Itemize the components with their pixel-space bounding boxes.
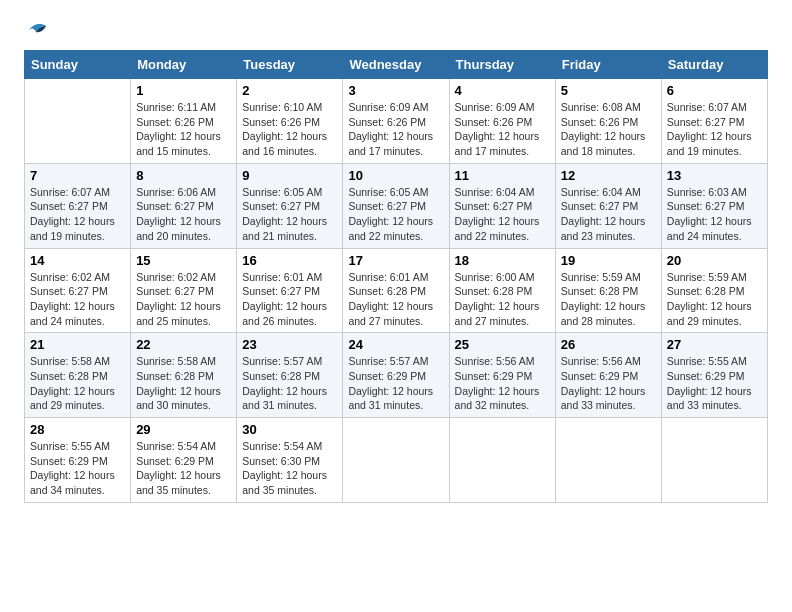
calendar-cell: 2Sunrise: 6:10 AMSunset: 6:26 PMDaylight… bbox=[237, 79, 343, 164]
day-number: 19 bbox=[561, 253, 656, 268]
calendar-cell: 22Sunrise: 5:58 AMSunset: 6:28 PMDayligh… bbox=[131, 333, 237, 418]
calendar-cell: 18Sunrise: 6:00 AMSunset: 6:28 PMDayligh… bbox=[449, 248, 555, 333]
day-info: Sunrise: 5:56 AMSunset: 6:29 PMDaylight:… bbox=[561, 354, 656, 413]
day-info: Sunrise: 6:06 AMSunset: 6:27 PMDaylight:… bbox=[136, 185, 231, 244]
day-info: Sunrise: 5:54 AMSunset: 6:30 PMDaylight:… bbox=[242, 439, 337, 498]
calendar-cell: 1Sunrise: 6:11 AMSunset: 6:26 PMDaylight… bbox=[131, 79, 237, 164]
header-thursday: Thursday bbox=[449, 51, 555, 79]
day-number: 21 bbox=[30, 337, 125, 352]
header-saturday: Saturday bbox=[661, 51, 767, 79]
day-number: 23 bbox=[242, 337, 337, 352]
day-number: 12 bbox=[561, 168, 656, 183]
calendar-cell: 21Sunrise: 5:58 AMSunset: 6:28 PMDayligh… bbox=[25, 333, 131, 418]
day-number: 13 bbox=[667, 168, 762, 183]
day-info: Sunrise: 6:05 AMSunset: 6:27 PMDaylight:… bbox=[242, 185, 337, 244]
day-number: 18 bbox=[455, 253, 550, 268]
logo bbox=[24, 20, 48, 40]
day-number: 1 bbox=[136, 83, 231, 98]
calendar-header-row: SundayMondayTuesdayWednesdayThursdayFrid… bbox=[25, 51, 768, 79]
day-number: 24 bbox=[348, 337, 443, 352]
day-info: Sunrise: 6:01 AMSunset: 6:27 PMDaylight:… bbox=[242, 270, 337, 329]
calendar-cell: 6Sunrise: 6:07 AMSunset: 6:27 PMDaylight… bbox=[661, 79, 767, 164]
calendar-table: SundayMondayTuesdayWednesdayThursdayFrid… bbox=[24, 50, 768, 503]
calendar-cell: 26Sunrise: 5:56 AMSunset: 6:29 PMDayligh… bbox=[555, 333, 661, 418]
day-info: Sunrise: 6:07 AMSunset: 6:27 PMDaylight:… bbox=[30, 185, 125, 244]
calendar-cell: 13Sunrise: 6:03 AMSunset: 6:27 PMDayligh… bbox=[661, 163, 767, 248]
header-sunday: Sunday bbox=[25, 51, 131, 79]
calendar-week-row: 28Sunrise: 5:55 AMSunset: 6:29 PMDayligh… bbox=[25, 418, 768, 503]
day-number: 2 bbox=[242, 83, 337, 98]
day-number: 3 bbox=[348, 83, 443, 98]
day-info: Sunrise: 6:00 AMSunset: 6:28 PMDaylight:… bbox=[455, 270, 550, 329]
day-info: Sunrise: 6:09 AMSunset: 6:26 PMDaylight:… bbox=[455, 100, 550, 159]
day-number: 26 bbox=[561, 337, 656, 352]
day-info: Sunrise: 6:11 AMSunset: 6:26 PMDaylight:… bbox=[136, 100, 231, 159]
day-info: Sunrise: 5:54 AMSunset: 6:29 PMDaylight:… bbox=[136, 439, 231, 498]
day-info: Sunrise: 5:57 AMSunset: 6:28 PMDaylight:… bbox=[242, 354, 337, 413]
day-info: Sunrise: 5:55 AMSunset: 6:29 PMDaylight:… bbox=[667, 354, 762, 413]
calendar-cell: 12Sunrise: 6:04 AMSunset: 6:27 PMDayligh… bbox=[555, 163, 661, 248]
day-number: 4 bbox=[455, 83, 550, 98]
calendar-cell: 5Sunrise: 6:08 AMSunset: 6:26 PMDaylight… bbox=[555, 79, 661, 164]
day-info: Sunrise: 5:58 AMSunset: 6:28 PMDaylight:… bbox=[30, 354, 125, 413]
day-number: 25 bbox=[455, 337, 550, 352]
calendar-cell: 16Sunrise: 6:01 AMSunset: 6:27 PMDayligh… bbox=[237, 248, 343, 333]
calendar-cell: 19Sunrise: 5:59 AMSunset: 6:28 PMDayligh… bbox=[555, 248, 661, 333]
day-number: 15 bbox=[136, 253, 231, 268]
day-number: 29 bbox=[136, 422, 231, 437]
calendar-cell: 28Sunrise: 5:55 AMSunset: 6:29 PMDayligh… bbox=[25, 418, 131, 503]
day-number: 27 bbox=[667, 337, 762, 352]
calendar-cell: 27Sunrise: 5:55 AMSunset: 6:29 PMDayligh… bbox=[661, 333, 767, 418]
day-number: 14 bbox=[30, 253, 125, 268]
calendar-cell: 24Sunrise: 5:57 AMSunset: 6:29 PMDayligh… bbox=[343, 333, 449, 418]
day-info: Sunrise: 5:59 AMSunset: 6:28 PMDaylight:… bbox=[667, 270, 762, 329]
calendar-cell: 20Sunrise: 5:59 AMSunset: 6:28 PMDayligh… bbox=[661, 248, 767, 333]
day-info: Sunrise: 6:02 AMSunset: 6:27 PMDaylight:… bbox=[136, 270, 231, 329]
header-monday: Monday bbox=[131, 51, 237, 79]
calendar-week-row: 7Sunrise: 6:07 AMSunset: 6:27 PMDaylight… bbox=[25, 163, 768, 248]
day-info: Sunrise: 6:03 AMSunset: 6:27 PMDaylight:… bbox=[667, 185, 762, 244]
day-number: 10 bbox=[348, 168, 443, 183]
day-number: 5 bbox=[561, 83, 656, 98]
header-wednesday: Wednesday bbox=[343, 51, 449, 79]
calendar-cell: 3Sunrise: 6:09 AMSunset: 6:26 PMDaylight… bbox=[343, 79, 449, 164]
calendar-cell: 9Sunrise: 6:05 AMSunset: 6:27 PMDaylight… bbox=[237, 163, 343, 248]
day-info: Sunrise: 5:56 AMSunset: 6:29 PMDaylight:… bbox=[455, 354, 550, 413]
day-info: Sunrise: 5:58 AMSunset: 6:28 PMDaylight:… bbox=[136, 354, 231, 413]
calendar-cell: 30Sunrise: 5:54 AMSunset: 6:30 PMDayligh… bbox=[237, 418, 343, 503]
day-number: 20 bbox=[667, 253, 762, 268]
day-number: 7 bbox=[30, 168, 125, 183]
day-number: 17 bbox=[348, 253, 443, 268]
day-info: Sunrise: 6:01 AMSunset: 6:28 PMDaylight:… bbox=[348, 270, 443, 329]
day-number: 30 bbox=[242, 422, 337, 437]
calendar-cell: 14Sunrise: 6:02 AMSunset: 6:27 PMDayligh… bbox=[25, 248, 131, 333]
calendar-cell bbox=[25, 79, 131, 164]
calendar-cell: 17Sunrise: 6:01 AMSunset: 6:28 PMDayligh… bbox=[343, 248, 449, 333]
header-tuesday: Tuesday bbox=[237, 51, 343, 79]
calendar-cell: 10Sunrise: 6:05 AMSunset: 6:27 PMDayligh… bbox=[343, 163, 449, 248]
calendar-cell: 23Sunrise: 5:57 AMSunset: 6:28 PMDayligh… bbox=[237, 333, 343, 418]
day-number: 8 bbox=[136, 168, 231, 183]
day-info: Sunrise: 6:09 AMSunset: 6:26 PMDaylight:… bbox=[348, 100, 443, 159]
calendar-cell bbox=[343, 418, 449, 503]
day-number: 11 bbox=[455, 168, 550, 183]
calendar-cell: 8Sunrise: 6:06 AMSunset: 6:27 PMDaylight… bbox=[131, 163, 237, 248]
day-number: 16 bbox=[242, 253, 337, 268]
calendar-cell: 29Sunrise: 5:54 AMSunset: 6:29 PMDayligh… bbox=[131, 418, 237, 503]
day-info: Sunrise: 6:10 AMSunset: 6:26 PMDaylight:… bbox=[242, 100, 337, 159]
page-header bbox=[24, 20, 768, 40]
day-info: Sunrise: 6:04 AMSunset: 6:27 PMDaylight:… bbox=[561, 185, 656, 244]
calendar-cell: 4Sunrise: 6:09 AMSunset: 6:26 PMDaylight… bbox=[449, 79, 555, 164]
day-info: Sunrise: 6:05 AMSunset: 6:27 PMDaylight:… bbox=[348, 185, 443, 244]
calendar-week-row: 1Sunrise: 6:11 AMSunset: 6:26 PMDaylight… bbox=[25, 79, 768, 164]
day-number: 9 bbox=[242, 168, 337, 183]
day-info: Sunrise: 5:55 AMSunset: 6:29 PMDaylight:… bbox=[30, 439, 125, 498]
calendar-week-row: 14Sunrise: 6:02 AMSunset: 6:27 PMDayligh… bbox=[25, 248, 768, 333]
calendar-cell: 7Sunrise: 6:07 AMSunset: 6:27 PMDaylight… bbox=[25, 163, 131, 248]
day-info: Sunrise: 5:59 AMSunset: 6:28 PMDaylight:… bbox=[561, 270, 656, 329]
calendar-cell bbox=[555, 418, 661, 503]
day-info: Sunrise: 6:07 AMSunset: 6:27 PMDaylight:… bbox=[667, 100, 762, 159]
logo-bird-icon bbox=[26, 20, 48, 40]
day-info: Sunrise: 6:08 AMSunset: 6:26 PMDaylight:… bbox=[561, 100, 656, 159]
calendar-week-row: 21Sunrise: 5:58 AMSunset: 6:28 PMDayligh… bbox=[25, 333, 768, 418]
